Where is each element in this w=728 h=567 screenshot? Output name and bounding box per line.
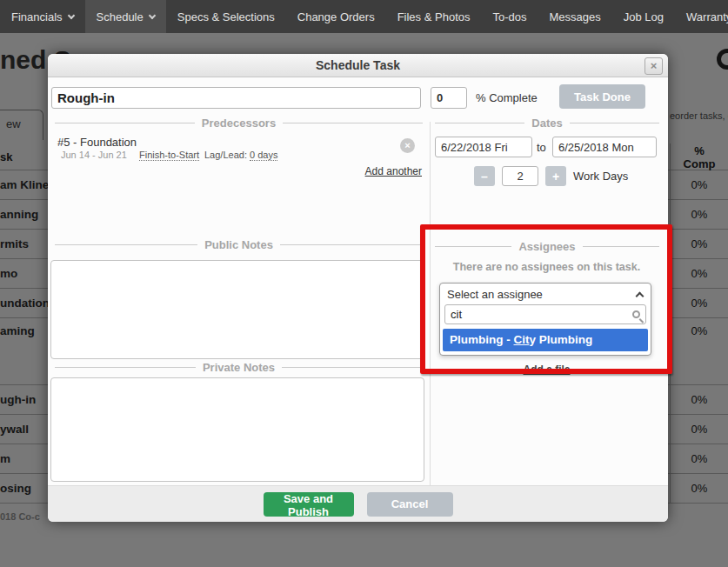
nav-item-label: Messages	[550, 10, 601, 23]
search-icon	[632, 310, 640, 318]
close-icon[interactable]: ×	[645, 57, 663, 75]
nav-item[interactable]: Change Orders	[286, 0, 386, 33]
search-match-highlight: Cit	[514, 333, 530, 346]
top-nav: Financials Schedule Specs & Selections C…	[0, 0, 728, 33]
assignee-select[interactable]: Select an assignee	[440, 284, 651, 304]
work-days-label: Work Days	[573, 170, 628, 183]
nav-item-label: Warranty	[686, 10, 728, 23]
cancel-button[interactable]: Cancel	[367, 492, 453, 517]
chevron-up-icon	[636, 292, 645, 301]
assignee-dropdown: Select an assignee Plumbing - City Plumb…	[439, 283, 651, 356]
schedule-task-modal: Schedule Task × % Complete Task Done Pre…	[48, 54, 668, 522]
start-date-input[interactable]	[435, 137, 532, 157]
nav-item-label: Schedule	[97, 10, 144, 23]
assignee-search-box	[444, 304, 646, 324]
assignee-search-input[interactable]	[451, 308, 632, 321]
predecessor-type-link[interactable]: Finish-to-Start	[139, 150, 199, 160]
modal-header: Schedule Task ×	[48, 54, 668, 77]
nav-item[interactable]: Financials	[0, 0, 85, 33]
private-notes-textarea[interactable]	[50, 377, 424, 482]
no-assignees-message: There are no assignees on this task.	[432, 261, 661, 273]
remove-predecessor-icon[interactable]: ×	[400, 138, 415, 153]
predecessor-name: #5 - Foundation	[57, 136, 137, 149]
column-divider	[430, 122, 431, 517]
nav-item-label: Financials	[11, 10, 63, 23]
assignee-select-label: Select an assignee	[447, 288, 543, 301]
date-to-label: to	[537, 141, 546, 154]
nav-item[interactable]: Specs & Selections	[166, 0, 286, 33]
percent-complete-label: % Complete	[476, 91, 538, 104]
increase-days-button[interactable]: +	[545, 166, 566, 186]
predecessor-dates: Jun 14 - Jun 21	[61, 150, 127, 160]
task-done-button[interactable]: Task Done	[559, 84, 645, 109]
end-date-input[interactable]	[552, 137, 657, 157]
assignee-option-city-plumbing[interactable]: Plumbing - City Plumbing	[443, 329, 648, 351]
nav-item[interactable]: To-dos	[481, 0, 538, 33]
modal-title: Schedule Task	[316, 58, 400, 72]
nav-item[interactable]: Warranty	[675, 0, 728, 33]
nav-item[interactable]: Files & Photos	[386, 0, 482, 33]
chevron-down-icon	[67, 11, 74, 18]
add-a-file-link[interactable]: Add a file	[432, 364, 661, 376]
add-another-link[interactable]: Add another	[317, 165, 422, 177]
private-notes-section-title: Private Notes	[55, 361, 423, 374]
nav-item-label: Job Log	[624, 10, 664, 23]
task-name-input[interactable]	[51, 87, 421, 109]
lag-value-link[interactable]: 0 days	[250, 150, 277, 161]
assignees-section-title: Assignees	[435, 240, 659, 253]
nav-item-label: Change Orders	[297, 10, 375, 23]
work-days-input[interactable]	[502, 166, 538, 186]
nav-item[interactable]: Messages	[538, 0, 612, 33]
modal-footer: Save and Publish Cancel	[48, 485, 668, 522]
percent-complete-input[interactable]	[431, 87, 467, 109]
nav-item-label: Specs & Selections	[177, 10, 275, 23]
nav-item-label: To-dos	[492, 10, 526, 23]
save-and-publish-button[interactable]: Save and Publish	[264, 492, 354, 517]
predecessor-lag: Lag/Lead: 0 days	[204, 150, 277, 160]
predecessors-section-title: Predecessors	[55, 117, 423, 130]
chevron-down-icon	[149, 11, 156, 18]
public-notes-section-title: Public Notes	[55, 238, 423, 251]
dates-section-title: Dates	[435, 117, 659, 130]
decrease-days-button[interactable]: –	[474, 166, 495, 186]
nav-item[interactable]: Job Log	[612, 0, 675, 33]
public-notes-textarea[interactable]	[50, 260, 424, 359]
nav-item-label: Files & Photos	[397, 10, 471, 23]
nav-item[interactable]: Schedule	[85, 0, 166, 33]
